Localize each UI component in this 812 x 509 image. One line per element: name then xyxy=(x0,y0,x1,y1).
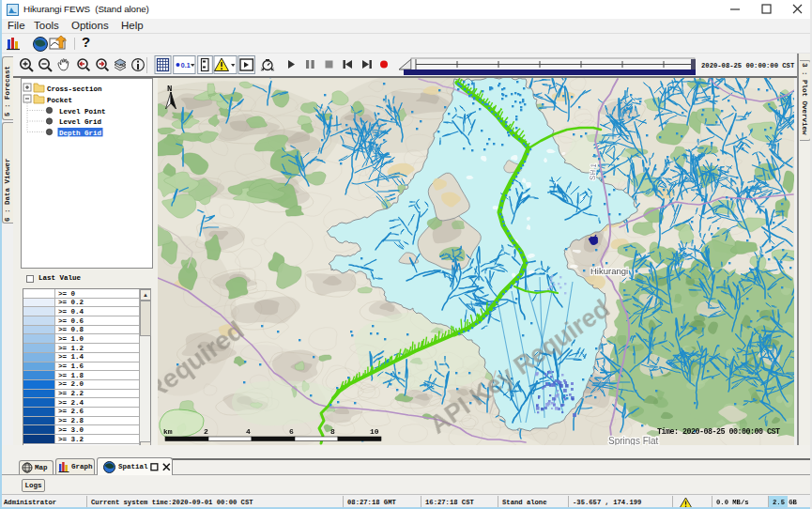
svg-text:km: km xyxy=(163,427,173,436)
svg-text:8: 8 xyxy=(330,427,335,436)
svg-text:Level Point: Level Point xyxy=(59,108,106,116)
svg-text:N: N xyxy=(167,85,172,94)
svg-text:6: 6 xyxy=(289,427,294,436)
svg-text:Time: 2020-08-25 00:00:00 CST: Time: 2020-08-25 00:00:00 CST xyxy=(657,427,780,437)
svg-text:Depth Grid: Depth Grid xyxy=(59,130,101,137)
svg-text:Level Grid: Level Grid xyxy=(59,118,101,126)
svg-text:SH 1: SH 1 xyxy=(589,162,599,180)
svg-text:Cross-section: Cross-section xyxy=(47,85,102,93)
svg-text:Hikurangi: Hikurangi xyxy=(590,266,628,276)
svg-text:Springs Flat: Springs Flat xyxy=(608,436,659,445)
svg-text:Pocket: Pocket xyxy=(47,97,72,104)
svg-text:0.1: 0.1 xyxy=(181,62,191,69)
svg-text:2: 2 xyxy=(204,427,208,436)
svg-text:4: 4 xyxy=(246,427,251,436)
svg-text:10: 10 xyxy=(370,427,379,436)
